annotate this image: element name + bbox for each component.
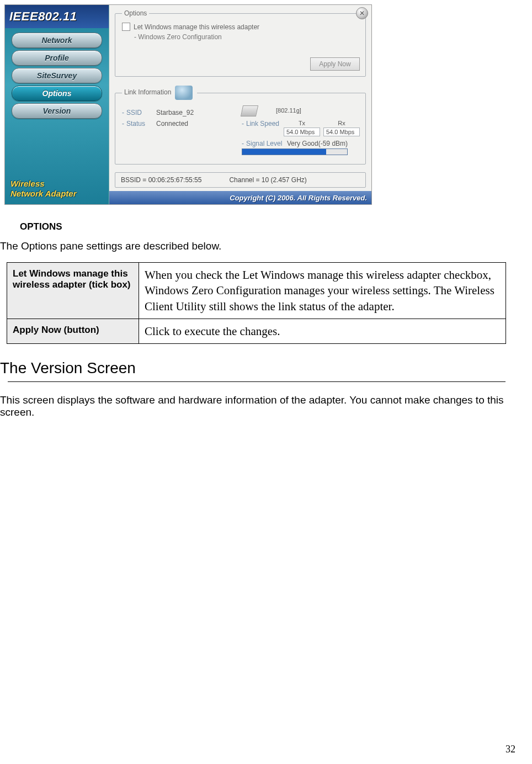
adapter-label: Wireless Network Adapter [5, 179, 109, 204]
nav-network[interactable]: Network [12, 33, 102, 48]
close-icon[interactable]: ✕ [356, 7, 368, 19]
zero-config-label: - Windows Zero Configuration [134, 33, 360, 41]
card-icon [241, 105, 258, 116]
copyright-bar: Copyright (C) 2006. All Rights Reserved. [109, 191, 371, 204]
link-speed-label: Link Speed [246, 120, 284, 128]
adapter-label-line1: Wireless [10, 179, 103, 189]
apply-now-button[interactable]: Apply Now [310, 57, 360, 71]
let-windows-label: Let Windows manage this wireless adapter [134, 23, 259, 31]
rx-label: Rx [338, 120, 345, 126]
options-legend: Options [122, 9, 149, 17]
nav-profile[interactable]: Profile [12, 50, 102, 66]
bssid-value: BSSID = 00:06:25:67:55:55 [121, 176, 201, 184]
signal-bar [242, 148, 348, 155]
options-panel: Options Let Windows manage this wireless… [115, 9, 366, 77]
app-window: IEEE802.11 Network Profile SiteSurvey Op… [4, 4, 372, 205]
ssid-value: Starbase_92 [156, 109, 194, 116]
section-rule [8, 381, 506, 382]
document-body: OPTIONS The Options pane settings are de… [0, 205, 522, 418]
link-info-legend: Link Information [122, 86, 197, 100]
row1-label: Let Windows manage this wireless adapter… [7, 263, 139, 319]
signal-label: Signal Level [246, 140, 287, 147]
status-label: Status [126, 120, 156, 128]
table-row: Let Windows manage this wireless adapter… [7, 263, 506, 319]
rx-value: 54.0 Mbps [323, 128, 360, 136]
options-intro: The Options pane settings are described … [0, 240, 506, 252]
main-area: ✕ Options Let Windows manage this wirele… [109, 5, 371, 204]
brand-label: IEEE802.11 [9, 9, 77, 24]
nav-list: Network Profile SiteSurvey Options Versi… [5, 28, 109, 123]
version-body: This screen displays the software and ha… [0, 394, 506, 418]
options-heading: OPTIONS [20, 221, 506, 232]
options-table: Let Windows manage this wireless adapter… [7, 262, 506, 344]
status-value: Connected [156, 120, 188, 128]
sidebar: IEEE802.11 Network Profile SiteSurvey Op… [5, 5, 109, 204]
row1-value: When you check the Let Windows manage th… [139, 263, 506, 319]
tx-value: 54.0 Mbps [284, 128, 320, 136]
let-windows-checkbox[interactable] [122, 23, 130, 31]
version-heading: The Version Screen [0, 359, 506, 377]
nav-options[interactable]: Options [12, 86, 102, 101]
nav-sitesurvey[interactable]: SiteSurvey [12, 68, 102, 83]
adapter-label-line2: Network Adapter [10, 189, 103, 199]
channel-value: Channel = 10 (2.457 GHz) [229, 176, 306, 184]
table-row: Apply Now (button) Click to execute the … [7, 319, 506, 344]
signal-value: Very Good(-59 dBm) [287, 140, 348, 147]
tx-label: Tx [299, 120, 305, 126]
link-info-panel: Link Information - SSID Starbase_92 - St… [115, 86, 366, 165]
ssid-label: SSID [126, 109, 156, 116]
nav-version[interactable]: Version [12, 103, 102, 119]
row2-value: Click to execute the changes. [139, 319, 506, 344]
row2-label: Apply Now (button) [7, 319, 139, 344]
brand-bar: IEEE802.11 [5, 5, 109, 28]
computer-icon [175, 86, 193, 100]
mode-badge: [802.11g] [276, 107, 301, 114]
info-strip: BSSID = 00:06:25:67:55:55 Channel = 10 (… [115, 172, 366, 188]
